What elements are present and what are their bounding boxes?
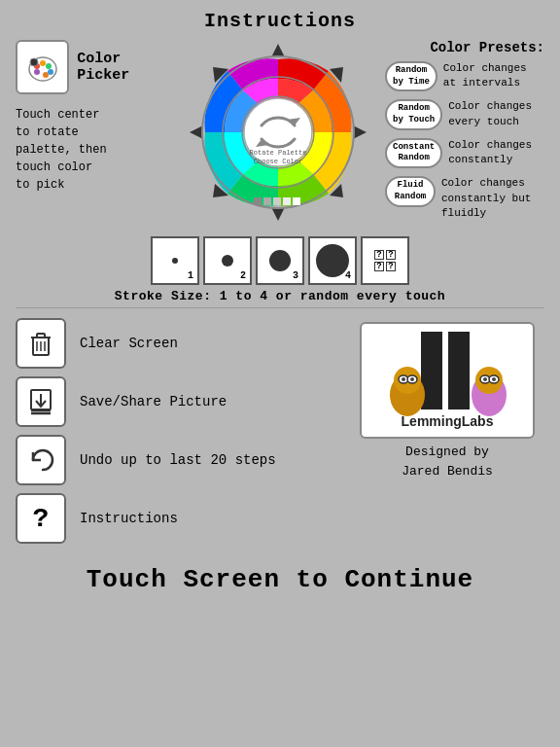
svg-marker-9 [271,207,285,221]
stroke-size-3[interactable]: 3 [256,236,304,285]
svg-point-6 [43,72,49,78]
preset-badge-random-touch: Randomby Touch [385,99,442,129]
svg-point-54 [483,377,487,381]
page-title: Instructions [0,0,560,32]
lemming-labs-logo: LemmingLabs [360,322,535,439]
question-icon: ? [33,504,50,534]
svg-rect-26 [273,197,281,205]
undo-label: Undo up to last 20 steps [80,452,276,468]
svg-marker-11 [353,125,367,139]
divider [16,307,544,308]
undo-button[interactable] [16,435,66,485]
preset-constant-random: ConstantRandom Color changesconstantly [385,138,544,168]
stroke-size-4[interactable]: 4 [308,236,357,285]
preset-desc-fluid-random: Color changesconstantly butfluidly [441,176,531,221]
svg-text:LemmingLabs: LemmingLabs [402,413,494,429]
stroke-section: 1 2 3 4 ? ? ? ? Stroke Size: 1 [16,236,544,303]
instructions-button[interactable]: ? [16,493,66,544]
presets-section: Color Presets: Randomby Time Color chang… [375,40,544,229]
stroke-number-2: 2 [240,270,246,281]
preset-badge-random-time: Randomby Time [385,61,438,91]
color-picker-section: Color Picker Touch centerto rotatepalett… [16,40,181,194]
svg-rect-25 [263,197,271,205]
color-picker-icon[interactable] [16,40,69,94]
preset-desc-random-time: Color changesat intervals [443,61,527,91]
svg-point-48 [410,377,414,381]
stroke-number-3: 3 [293,270,298,281]
preset-fluid-random: FluidRandom Color changesconstantly butf… [385,176,544,221]
action-save: Save/Share Picture [16,376,350,427]
save-icon [25,386,56,417]
svg-rect-31 [37,334,45,338]
preset-desc-random-touch: Color changesevery touch [448,99,532,129]
svg-point-4 [48,69,53,75]
clear-screen-button[interactable] [16,318,66,369]
preset-badge-constant-random: ConstantRandom [385,138,442,168]
save-button[interactable] [16,376,66,427]
stroke-size-random[interactable]: ? ? ? ? [361,236,409,285]
action-instructions: ? Instructions [16,493,350,544]
top-section: Color Picker Touch centerto rotatepalett… [0,32,560,229]
undo-icon [25,445,56,476]
stroke-label: Stroke Size: 1 to 4 or random every touc… [115,289,445,303]
stroke-size-2[interactable]: 2 [203,236,252,285]
preset-badge-fluid-random: FluidRandom [385,176,436,206]
stroke-number-1: 1 [188,270,193,281]
presets-title: Color Presets: [385,40,544,55]
clear-screen-label: Clear Screen [80,336,178,351]
action-undo: Undo up to last 20 steps [16,435,350,485]
svg-point-55 [492,377,496,381]
preset-random-touch: Randomby Touch Color changesevery touch [385,99,544,129]
stroke-dots-row: 1 2 3 4 ? ? ? ? [151,236,409,285]
svg-marker-10 [190,125,203,139]
svg-text:Choose Color: Choose Color [254,158,302,165]
action-clear-screen: Clear Screen [16,318,350,369]
svg-rect-24 [254,197,262,205]
preset-random-time: Randomby Time Color changesat intervals [385,61,544,91]
svg-rect-27 [283,197,291,205]
actions-section: Clear Screen Save/Share Picture [0,312,560,551]
svg-point-3 [46,63,52,69]
color-picker-label: Color Picker [77,51,181,84]
svg-text:Rotate Palette: Rotate Palette [250,149,307,157]
svg-point-2 [40,60,46,66]
lemming-labs-graphic: LemmingLabs [365,327,530,434]
svg-point-47 [402,377,405,381]
stroke-size-1[interactable]: 1 [151,236,199,285]
stroke-number-4: 4 [345,270,351,281]
cta-text[interactable]: Touch Screen to Continue [0,551,560,594]
svg-rect-41 [448,332,470,409]
svg-point-7 [30,58,38,66]
actions-list: Clear Screen Save/Share Picture [16,318,350,551]
color-wheel[interactable]: Rotate Palette Choose Color [181,40,375,225]
svg-marker-8 [271,44,285,57]
lemming-labs-section: LemmingLabs Designed byJared Bendis [350,318,544,551]
svg-rect-28 [293,197,300,205]
svg-point-5 [34,69,40,75]
save-label: Save/Share Picture [80,394,227,409]
preset-desc-constant-random: Color changesconstantly [448,138,532,168]
color-picker-description: Touch centerto rotatepalette, thentouch … [16,106,107,194]
designed-by-label: Designed byJared Bendis [402,443,493,480]
instructions-label: Instructions [80,511,178,526]
trash-icon [25,328,56,359]
